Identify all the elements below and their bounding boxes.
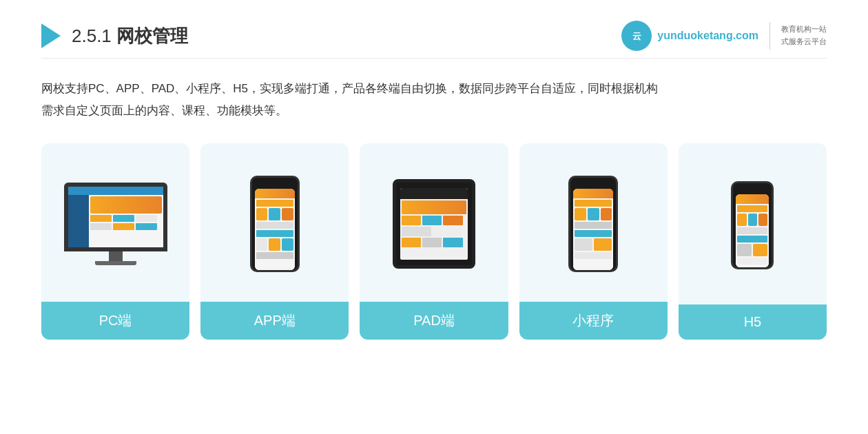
description-text: 网校支持PC、APP、PAD、小程序、H5，实现多端打通，产品各终端自由切换，数…: [41, 78, 827, 123]
tablet-body: [393, 179, 475, 269]
phone-grid-item: [269, 208, 280, 220]
logo-site-name: yunduoketang.com: [657, 30, 758, 42]
phone-grid-row: [737, 214, 767, 226]
pad-card-label: PAD端: [360, 302, 508, 340]
phone-grid-item: [256, 238, 268, 251]
header: 2.5.1 网校管理 云 yunduoketang.com 教育机构一站 式服务…: [41, 21, 827, 59]
phone-content-row: [737, 205, 767, 212]
phone-screen-app: [255, 189, 295, 270]
tablet-grid-item: [422, 216, 442, 225]
phone-content-row: [737, 227, 767, 234]
phone-grid-item: [282, 238, 293, 251]
pc-card-image: [41, 143, 189, 302]
screen-card: [136, 223, 157, 230]
monitor-base: [95, 261, 136, 265]
logo-triangle-icon: [41, 23, 61, 48]
tablet-grid-item: [402, 216, 421, 225]
phone-grid-item: [575, 208, 586, 220]
pc-card-label: PC端: [41, 302, 189, 340]
tablet-mockup: [393, 179, 475, 269]
phone-body-miniapp: [568, 176, 618, 272]
monitor-stand: [109, 251, 123, 261]
phone-notch-h5: [745, 189, 759, 192]
phone-grid-row: [256, 238, 293, 251]
screen-card: [113, 215, 134, 222]
tablet-grid-item: [433, 227, 462, 236]
phone-mockup-miniapp: [568, 176, 618, 272]
phone-grid-row: [575, 238, 612, 251]
screen-grid: [90, 215, 162, 230]
phone-screen-h5: [736, 194, 769, 267]
h5-card-image: [679, 143, 827, 304]
h5-card-label: H5: [679, 304, 827, 340]
tablet-body-content: [400, 199, 468, 260]
phone-screen-header: [255, 189, 295, 198]
logo-text: yunduoketang.com: [657, 30, 758, 42]
monitor-mockup: [64, 183, 167, 265]
phone-notch: [268, 183, 282, 187]
logo-slogan: 教育机构一站 式服务云平台: [781, 23, 827, 48]
screen-card: [90, 223, 112, 230]
phone-screen-header-h5: [736, 194, 769, 204]
phone-grid-item: [601, 208, 612, 220]
screen-banner: [90, 196, 162, 214]
phone-content-row: [575, 252, 612, 259]
tablet-screen: [400, 188, 468, 260]
tablet-grid-item: [422, 238, 442, 247]
tablet-grid-item: [443, 216, 462, 225]
phone-mockup-h5: [731, 181, 774, 269]
phone-grid-row: [256, 208, 293, 220]
tablet-banner: [402, 200, 466, 214]
phone-grid-item: [256, 208, 268, 220]
app-card-image: [200, 143, 349, 302]
miniapp-card-label: 小程序: [519, 302, 668, 340]
tablet-grid: [402, 216, 466, 247]
phone-grid-item: [269, 238, 280, 251]
phone-grid-row: [737, 244, 767, 256]
phone-grid-item: [594, 238, 612, 251]
phone-body-app: [250, 176, 300, 272]
phone-grid-item: [737, 244, 752, 256]
phone-mockup-app: [250, 176, 300, 272]
pc-card: PC端: [41, 143, 189, 340]
phone-content-row: [575, 230, 612, 237]
logo-icon-wrap: 云: [621, 21, 652, 51]
tablet-grid-item: [402, 238, 421, 247]
phone-screen-miniapp: [573, 189, 613, 270]
phone-screen-body: [255, 198, 295, 270]
screen-main: [89, 195, 163, 247]
phone-content-row: [737, 236, 767, 242]
phone-grid-item: [575, 238, 592, 251]
phone-grid-row: [575, 208, 612, 220]
phone-grid-item: [758, 214, 767, 226]
phone-grid-item: [753, 244, 767, 256]
page-title: 2.5.1 网校管理: [72, 24, 188, 48]
screen-header-bar: [68, 187, 163, 195]
phone-body-h5: [731, 181, 774, 269]
tablet-grid-item: [402, 227, 431, 236]
screen-card: [90, 215, 112, 222]
miniapp-card-image: [519, 143, 668, 302]
phone-grid-item: [748, 214, 757, 226]
phone-grid-item: [588, 208, 599, 220]
app-card-label: APP端: [200, 302, 349, 340]
phone-screen-header-miniapp: [573, 189, 613, 198]
screen-card: [136, 215, 157, 222]
svg-text:云: 云: [632, 31, 641, 41]
phone-content-row: [256, 200, 293, 207]
header-left: 2.5.1 网校管理: [41, 23, 188, 48]
phone-grid-item: [737, 214, 746, 226]
h5-card: H5: [679, 143, 827, 340]
miniapp-card: 小程序: [519, 143, 668, 340]
phone-content-row: [575, 222, 612, 229]
tablet-grid-item: [443, 238, 462, 247]
page-container: 2.5.1 网校管理 云 yunduoketang.com 教育机构一站 式服务…: [0, 0, 868, 434]
pad-card-image: [360, 143, 508, 302]
phone-grid-item: [282, 208, 293, 220]
pad-card: PAD端: [360, 143, 508, 340]
screen-card: [113, 223, 134, 230]
device-cards-container: PC端: [41, 143, 827, 340]
phone-content-row: [575, 200, 612, 207]
cloud-logo-icon: 云: [621, 21, 652, 51]
tablet-header: [400, 188, 468, 199]
